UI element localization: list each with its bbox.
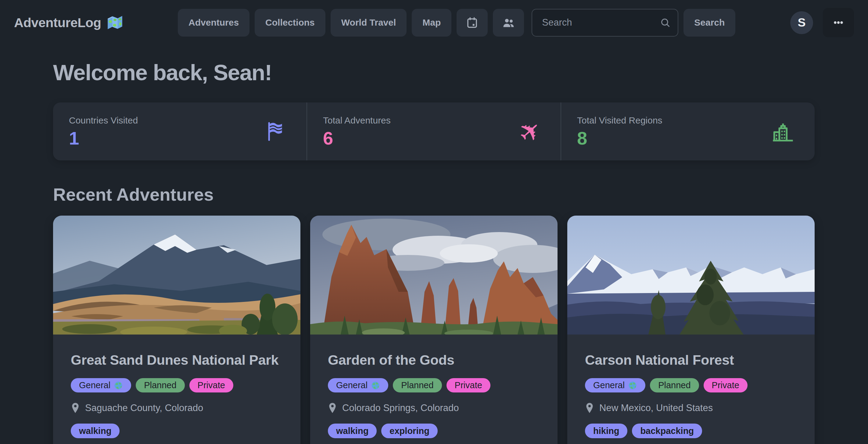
location-pin-icon [71,402,80,414]
recent-adventures-heading: Recent Adventures [53,184,815,204]
location-text: Saguache County, Colorado [85,403,203,413]
search-button[interactable]: Search [683,9,735,37]
adventure-card[interactable]: Great Sand Dunes National Park General [53,216,301,444]
badge-row: General Planned Private [585,378,797,392]
nav-cluster: Adventures Collections World Travel Map [178,9,735,37]
map-logo-icon [107,15,123,30]
welcome-heading: Welcome back, Sean! [53,60,815,85]
stat-value: 8 [577,129,662,148]
snowy-mountains-forest-photo [567,216,815,335]
category-badge: General [71,378,131,392]
category-badge: General [328,378,388,392]
card-body: Garden of the Gods General [310,335,558,444]
location-text: Colorado Springs, Colorado [342,403,459,413]
tag-row: hiking backpacking [585,423,797,438]
location-row: Saguache County, Colorado [71,402,283,414]
location-pin-icon [585,402,594,414]
stat-total-visited-regions: Total Visited Regions 8 [561,102,815,160]
activity-tag: walking [71,423,120,438]
activity-tag: hiking [585,423,627,438]
calendar-icon [466,16,478,29]
stat-title: Total Adventures [323,115,391,126]
globe-icon [628,381,637,390]
ellipsis-icon [831,15,845,30]
search-icon [659,17,671,30]
activity-tag: exploring [381,423,438,438]
visibility-badge: Private [189,378,233,392]
nav-map-button[interactable]: Map [412,9,452,37]
users-button[interactable] [493,9,524,37]
overflow-menu-button[interactable] [823,8,854,37]
search-input[interactable] [532,9,678,37]
calendar-button[interactable] [457,9,488,37]
adventure-card[interactable]: Carson National Forest General [567,216,815,444]
tag-row: walking [71,423,283,438]
activity-tag: backpacking [632,423,702,438]
stat-value: 6 [323,129,391,148]
users-icon [502,16,515,29]
tag-row: walking exploring [328,423,540,438]
stat-value: 1 [69,129,138,148]
sand-dunes-photo [53,216,301,335]
stat-title: Countries Visited [69,115,138,126]
brand-name: AdventureLog [14,15,101,30]
location-pin-icon [328,402,337,414]
airplane-icon: ✈ [519,118,541,145]
location-row: New Mexico, United States [585,402,797,414]
brand[interactable]: AdventureLog [14,15,123,30]
adventure-title: Great Sand Dunes National Park [71,350,283,370]
category-badge: General [585,378,645,392]
adventure-card[interactable]: Garden of the Gods General [310,216,558,444]
badge-row: General Planned Private [328,378,540,392]
visibility-badge: Private [704,378,747,392]
location-text: New Mexico, United States [599,403,713,413]
location-row: Colorado Springs, Colorado [328,402,540,414]
nav-adventures-button[interactable]: Adventures [178,9,249,37]
top-navbar: AdventureLog Adventures Collections Worl… [0,0,868,45]
globe-icon [371,381,380,390]
status-badge: Planned [650,378,699,392]
visibility-badge: Private [446,378,490,392]
activity-tag: walking [328,423,377,438]
stat-title: Total Visited Regions [577,115,662,126]
status-badge: Planned [393,378,442,392]
nav-collections-button[interactable]: Collections [255,9,326,37]
adventure-title: Garden of the Gods [328,350,540,370]
stat-countries-visited: Countries Visited 1 [53,102,307,160]
adventure-cards: Great Sand Dunes National Park General [53,216,815,444]
stat-total-adventures: Total Adventures 6 ✈ [307,102,561,160]
city-icon [771,119,795,144]
flag-icon [264,120,287,143]
card-body: Carson National Forest General [567,335,815,444]
status-badge: Planned [136,378,185,392]
search-box [532,9,678,37]
avatar[interactable]: S [790,11,813,34]
red-rock-spires-photo [310,216,558,335]
badge-row: General Planned Private [71,378,283,392]
globe-icon [114,381,123,390]
nav-world-travel-button[interactable]: World Travel [331,9,407,37]
card-body: Great Sand Dunes National Park General [53,335,301,444]
stats-panel: Countries Visited 1 Total Adventures 6 ✈ [53,102,815,160]
main-content: Welcome back, Sean! Countries Visited 1 … [53,60,815,444]
adventure-title: Carson National Forest [585,350,797,370]
nav-right: S [790,8,854,37]
